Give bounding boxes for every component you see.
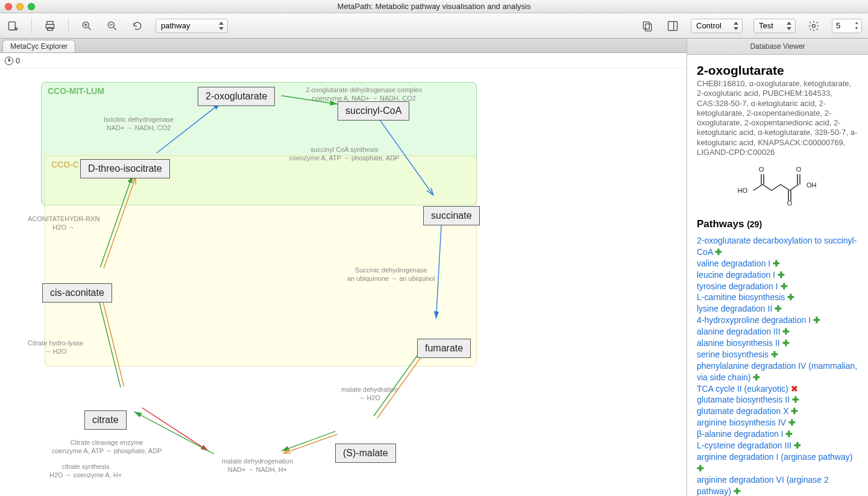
pathway-link[interactable]: L-cysteine degradation III ✚ (697, 440, 858, 451)
svg-rect-15 (668, 21, 678, 30)
zoom-out-icon[interactable] (105, 19, 119, 33)
pathways-heading: Pathways (29) (697, 218, 858, 230)
new-view-icon[interactable] (6, 19, 20, 33)
add-icon[interactable]: ✚ (787, 292, 794, 302)
test-select[interactable]: Test (753, 19, 796, 33)
node-citrate[interactable]: citrate (84, 410, 127, 430)
status-strip: 0 (0, 53, 687, 69)
svg-text:O: O (796, 166, 802, 173)
rxn-malate-dehydration: malate dehydration→ H2O (341, 386, 398, 403)
control-select[interactable]: Control (691, 19, 743, 33)
toolbar-divider (68, 18, 69, 34)
pathway-link[interactable]: β-alanine degradation I ✚ (697, 429, 858, 440)
copy-icon[interactable] (640, 19, 655, 33)
pathway-link[interactable]: tyrosine degradation I ✚ (697, 281, 858, 292)
add-icon[interactable]: ✚ (785, 429, 793, 439)
node-fumarate[interactable]: fumarate (417, 339, 471, 358)
layout-icon[interactable] (665, 19, 680, 33)
minimize-icon[interactable] (16, 3, 24, 10)
node-succinate[interactable]: succinate (423, 206, 480, 225)
zoom-icon[interactable] (28, 3, 35, 10)
rxn-succinyl-synthesis: succinyl CoA synthesiscoenzyme A, ATP → … (289, 146, 399, 163)
clock-icon (5, 57, 13, 65)
molecule-structure: O O O HO OH (697, 163, 858, 207)
sidebar-tab-database-viewer[interactable]: Database Viewer (687, 39, 868, 55)
add-icon[interactable]: ✚ (697, 463, 704, 473)
pathway-link[interactable]: 2-oxoglutarate decarboxylation to succin… (697, 235, 858, 258)
region-label: CCO-C (51, 160, 79, 169)
pathway-link[interactable]: serine biosynthesis ✚ (697, 349, 858, 360)
node-s-malate[interactable]: (S)-malate (335, 444, 396, 463)
remove-icon[interactable]: ✖ (791, 384, 798, 394)
svg-rect-14 (646, 24, 652, 31)
number-value: 5 (836, 21, 840, 30)
add-icon[interactable]: ✚ (715, 247, 722, 257)
pathway-select-value: pathway (161, 21, 190, 30)
rxn-citrate-cleavage: Citrate cleavage enzymecoenzyme A, ATP →… (52, 439, 162, 456)
pathway-link[interactable]: alanine degradation III ✚ (697, 326, 858, 337)
pathway-link[interactable]: glutamate degradation X ✚ (697, 406, 858, 417)
add-icon[interactable]: ✚ (771, 350, 778, 359)
diagram-canvas[interactable]: CCO-MIT-LUM CCO-C (0, 69, 687, 496)
add-icon[interactable]: ✚ (788, 418, 796, 427)
svg-line-7 (89, 27, 91, 30)
tab-metacyc-explorer[interactable]: MetaCyc Explorer (2, 40, 75, 52)
compound-synonyms: CHEBI:16810, α-oxoglutarate, ketoglutara… (697, 79, 858, 157)
close-icon[interactable] (5, 3, 12, 10)
add-icon[interactable]: ✚ (792, 395, 799, 404)
add-icon[interactable]: ✚ (794, 441, 801, 450)
pathway-link[interactable]: arginine biosynthesis IV ✚ (697, 417, 858, 429)
svg-rect-3 (47, 21, 53, 24)
zoom-in-icon[interactable] (80, 19, 94, 33)
node-succinyl-coa[interactable]: succinyl-CoA (338, 101, 409, 121)
add-icon[interactable]: ✚ (753, 372, 760, 382)
gear-icon[interactable] (807, 19, 821, 33)
stepper-icon[interactable]: ▲▼ (853, 20, 860, 31)
add-icon[interactable]: ✚ (813, 315, 820, 325)
toolbar-divider (31, 18, 32, 34)
traffic-lights (5, 3, 35, 10)
pathway-link[interactable]: L-carnitine biosynthesis ✚ (697, 292, 858, 303)
workarea: MetaCyc Explorer 0 CCO-MIT-LUM CCO-C (0, 39, 687, 496)
print-icon[interactable] (43, 19, 57, 33)
rxn-citrate-synthesis: citrate synthesisH2O → coenzyme A, H+ (49, 463, 122, 480)
add-icon[interactable]: ✚ (775, 304, 782, 313)
status-value: 0 (16, 56, 20, 65)
window-title: MetaPath: Metabolic pathway visualisatio… (0, 2, 868, 11)
tabstrip: MetaCyc Explorer (0, 39, 687, 53)
node-cis-aconitate[interactable]: cis-aconitate (42, 283, 112, 303)
svg-line-11 (114, 27, 116, 30)
pathway-link[interactable]: arginine degradation VI (arginase 2 path… (697, 474, 858, 496)
pathway-link[interactable]: 4-hydroxyproline degradation I ✚ (697, 315, 858, 326)
pathway-link[interactable]: leucine degradation I ✚ (697, 269, 858, 281)
add-icon[interactable]: ✚ (782, 327, 790, 336)
sidebar: Database Viewer 2-oxoglutarate CHEBI:168… (687, 39, 868, 496)
pathway-link[interactable]: TCA cycle II (eukaryotic) ✖ (697, 383, 858, 395)
svg-point-17 (813, 24, 816, 27)
add-icon[interactable]: ✚ (791, 406, 798, 416)
refresh-icon[interactable] (130, 19, 145, 33)
region-label: CCO-MIT-LUM (48, 86, 104, 96)
svg-line-29 (281, 432, 336, 451)
pathway-select[interactable]: pathway (156, 19, 228, 33)
node-2-oxoglutarate[interactable]: 2-oxoglutarate (198, 87, 275, 106)
pathway-link[interactable]: lysine degradation II ✚ (697, 303, 858, 315)
pathway-link[interactable]: phenylalanine degradation IV (mammalian,… (697, 360, 858, 383)
region-cytosol: CCO-C (45, 155, 477, 366)
svg-text:O: O (759, 166, 764, 173)
rxn-isocitric-dh: Isocitric dehydrogenaseNAD+ → NADH, CO2 (104, 116, 174, 133)
add-icon[interactable]: ✚ (778, 270, 785, 280)
number-stepper[interactable]: 5 ▲▼ (832, 19, 862, 33)
pathway-link[interactable]: arginine degradation I (arginase pathway… (697, 451, 858, 474)
add-icon[interactable]: ✚ (782, 338, 790, 348)
add-icon[interactable]: ✚ (781, 281, 788, 291)
add-icon[interactable]: ✚ (734, 486, 741, 496)
pathway-link[interactable]: glutamate biosynthesis II ✚ (697, 394, 858, 406)
svg-rect-13 (643, 22, 649, 29)
toolbar: pathway Control Test 5 ▲▼ (0, 13, 868, 39)
node-isocitrate[interactable]: D-threo-isocitrate (80, 159, 170, 178)
compound-title: 2-oxoglutarate (697, 63, 858, 78)
add-icon[interactable]: ✚ (773, 259, 780, 268)
pathway-link[interactable]: alanine biosynthesis II ✚ (697, 337, 858, 349)
pathway-link[interactable]: valine degradation I ✚ (697, 258, 858, 269)
